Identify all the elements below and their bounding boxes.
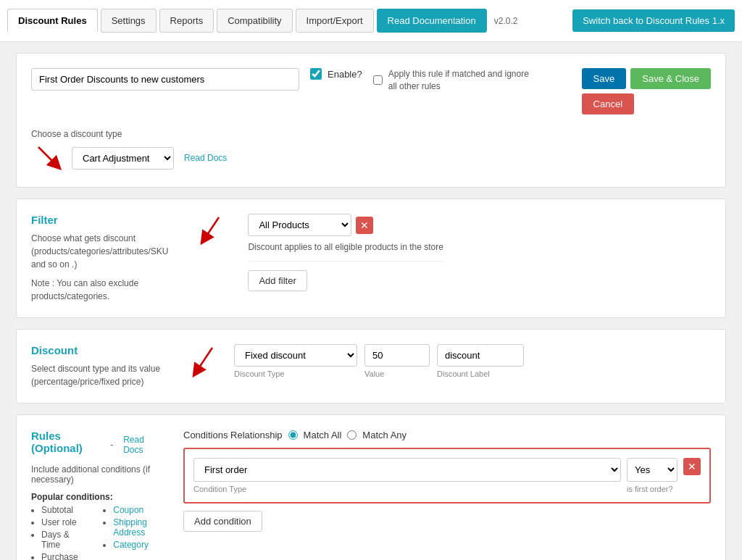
- discount-type-label: Choose a discount type: [31, 129, 711, 139]
- discount-type-label: Discount Type: [234, 369, 357, 378]
- main-content: Enable? Apply this rule if matched and i…: [5, 42, 737, 560]
- version-label: v2.0.2: [494, 16, 518, 26]
- apply-rule-row: Apply this rule if matched and ignore al…: [373, 68, 571, 93]
- rules-right: Conditions Relationship Match All Match …: [183, 430, 711, 560]
- condition-row: First order Subtotal User role Yes No ✕: [193, 458, 701, 482]
- discount-value-input[interactable]: [364, 344, 430, 367]
- popular-coupon-link[interactable]: Coupon: [113, 505, 143, 515]
- arrow-annotation-2: [190, 214, 233, 246]
- tab-settings[interactable]: Settings: [101, 9, 157, 33]
- rules-layout: Rules (Optional) - Read Docs Include add…: [31, 430, 711, 560]
- tab-compatibility[interactable]: Compatibility: [217, 9, 292, 33]
- rule-name-row: Enable? Apply this rule if matched and i…: [31, 68, 711, 114]
- popular-days-time: Days & Time: [41, 530, 88, 550]
- discount-description: Select discount type and its value (perc…: [31, 362, 162, 388]
- condition-type-label: Condition Type: [193, 485, 621, 493]
- add-condition-button[interactable]: Add condition: [183, 511, 262, 532]
- tab-reports[interactable]: Reports: [159, 9, 214, 33]
- filter-hint: Discount applies to all eligible product…: [248, 242, 443, 262]
- discount-right: Fixed discount Percentage discount Fixed…: [183, 344, 711, 388]
- match-all-radio[interactable]: [288, 430, 298, 440]
- conditions-relationship-label: Conditions Relationship: [183, 430, 283, 440]
- top-navigation: Discount Rules Settings Reports Compatib…: [0, 0, 742, 42]
- add-filter-button[interactable]: Add filter: [248, 270, 307, 291]
- save-close-button[interactable]: Save & Close: [630, 68, 711, 89]
- discount-value-group: Value: [364, 344, 430, 378]
- popular-col-1: Subtotal User role Days & Time Purchase …: [31, 505, 88, 560]
- popular-label: Popular conditions:: [31, 492, 162, 502]
- rule-name-input[interactable]: [31, 68, 299, 91]
- enable-row: Enable?: [310, 68, 362, 80]
- discount-type-group: Fixed discount Percentage discount Fixed…: [234, 344, 357, 378]
- action-buttons: Save Save & Close Cancel: [582, 68, 711, 114]
- popular-subtotal: Subtotal: [41, 505, 88, 515]
- read-docs-link[interactable]: Read Docs: [184, 153, 227, 163]
- apply-rule-checkbox[interactable]: [373, 75, 383, 85]
- filter-right: All Products Specific Products Categorie…: [190, 214, 711, 303]
- filter-type-select[interactable]: All Products Specific Products Categorie…: [248, 214, 351, 236]
- conditions-box: First order Subtotal User role Yes No ✕ …: [183, 448, 711, 503]
- condition-type-select[interactable]: First order Subtotal User role: [193, 458, 621, 482]
- rules-description: Include additional conditions (if necess…: [31, 464, 162, 485]
- discount-label-input[interactable]: [437, 344, 524, 367]
- discount-label-label: Discount Label: [437, 369, 524, 378]
- rules-title-row: Rules (Optional) - Read Docs: [31, 430, 162, 460]
- switch-back-button[interactable]: Switch back to Discount Rules 1.x: [572, 9, 735, 32]
- rules-title: Rules (Optional): [31, 430, 106, 454]
- match-all-label: Match All: [304, 430, 342, 440]
- filter-card: Filter Choose what gets discount (produc…: [16, 198, 726, 318]
- rules-left: Rules (Optional) - Read Docs Include add…: [31, 430, 162, 560]
- discount-title: Discount: [31, 344, 162, 356]
- discount-value-label: Value: [364, 369, 430, 378]
- action-buttons-row: Save Save & Close: [582, 68, 711, 89]
- condition-val-label: is first order?: [627, 485, 678, 493]
- popular-purchase-history: Purchase History: [41, 552, 88, 560]
- cancel-button[interactable]: Cancel: [582, 93, 634, 114]
- match-any-label: Match Any: [362, 430, 407, 440]
- filter-title: Filter: [31, 214, 168, 226]
- popular-category-link[interactable]: Category: [113, 540, 149, 550]
- filter-description: Choose what gets discount (products/cate…: [31, 232, 168, 271]
- popular-cols: Subtotal User role Days & Time Purchase …: [31, 505, 162, 560]
- tab-import-export[interactable]: Import/Export: [296, 9, 374, 33]
- save-button[interactable]: Save: [582, 68, 627, 89]
- condition-remove-button[interactable]: ✕: [683, 458, 701, 475]
- popular-user-role: User role: [41, 517, 88, 527]
- discount-type-select[interactable]: Fixed discount Percentage discount Fixed…: [234, 344, 357, 367]
- popular-shipping-link[interactable]: Shipping Address: [113, 517, 147, 538]
- filter-note: Note : You can also exclude products/cat…: [31, 277, 168, 303]
- apply-rule-label: Apply this rule if matched and ignore al…: [388, 68, 533, 93]
- discount-type-section: Choose a discount type Cart Adjustment P…: [31, 129, 711, 172]
- filter-select-row: All Products Specific Products Categorie…: [248, 214, 443, 236]
- filter-left: Filter Choose what gets discount (produc…: [31, 214, 168, 303]
- discount-left: Discount Select discount type and its va…: [31, 344, 162, 388]
- enable-checkbox[interactable]: [310, 68, 322, 80]
- discount-layout: Discount Select discount type and its va…: [31, 344, 711, 388]
- tab-discount-rules[interactable]: Discount Rules: [7, 9, 98, 33]
- discount-type-select[interactable]: Cart Adjustment Product Discount Bulk Di…: [72, 147, 174, 170]
- discount-inputs-row: Fixed discount Percentage discount Fixed…: [234, 344, 524, 378]
- rule-name-card: Enable? Apply this rule if matched and i…: [16, 53, 726, 188]
- condition-labels-row: Condition Type is first order?: [193, 485, 701, 493]
- arrow-annotation-1: [31, 143, 67, 172]
- condition-value-select[interactable]: Yes No: [627, 458, 678, 482]
- discount-card: Discount Select discount type and its va…: [16, 329, 726, 404]
- match-any-radio[interactable]: [347, 430, 357, 440]
- rules-card: Rules (Optional) - Read Docs Include add…: [16, 414, 726, 560]
- popular-col-2: Coupon Shipping Address Category: [103, 505, 162, 560]
- tab-read-documentation[interactable]: Read Documentation: [377, 9, 487, 33]
- arrow-annotation-3: [183, 344, 227, 380]
- discount-type-row: Cart Adjustment Product Discount Bulk Di…: [31, 143, 711, 172]
- filter-layout: Filter Choose what gets discount (produc…: [31, 214, 711, 303]
- rules-read-docs-link[interactable]: Read Docs: [123, 435, 162, 455]
- filter-remove-button[interactable]: ✕: [356, 217, 373, 234]
- discount-label-group: Discount Label: [437, 344, 524, 378]
- conditions-relationship: Conditions Relationship Match All Match …: [183, 430, 711, 440]
- enable-label: Enable?: [328, 69, 362, 80]
